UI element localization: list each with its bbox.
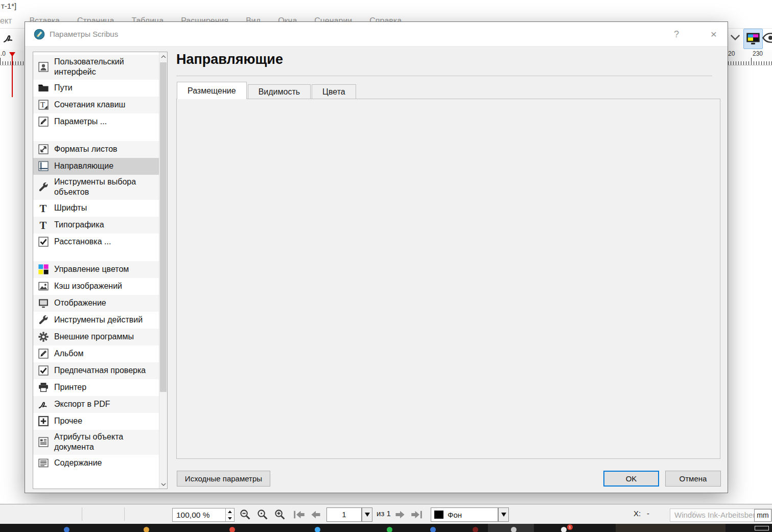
spinner-up-button[interactable] [226, 508, 234, 515]
taskbar-icon[interactable] [561, 527, 567, 532]
taskbar-icon[interactable] [315, 527, 320, 532]
page-dropdown-button[interactable] [362, 507, 372, 522]
font-t-icon: T [37, 202, 50, 214]
sidebar-item[interactable]: Предпечатная проверка [33, 362, 159, 379]
scroll-down-icon[interactable] [159, 480, 167, 489]
scribus-logo-icon [34, 29, 45, 42]
sidebar-item[interactable]: Расстановка ... [33, 234, 159, 250]
spinner [225, 508, 234, 521]
preview-eye-icon[interactable] [762, 32, 772, 46]
sidebar-item[interactable]: Атрибуты объекта документа [33, 430, 159, 455]
sidebar-item-label: Управление цветом [50, 264, 129, 274]
close-button[interactable]: × [700, 22, 727, 47]
previous-page-button[interactable] [310, 510, 321, 522]
horizontal-ruler-right: 20 230 [726, 50, 772, 65]
dialog-title-bar[interactable]: Параметры Scribus ? × [25, 22, 728, 47]
sidebar-item-label: Сочетания клавиш [50, 100, 125, 110]
checkbox-icon [37, 236, 50, 247]
next-page-button[interactable] [394, 510, 406, 522]
guides-icon [37, 160, 50, 172]
scrollbar-thumb[interactable] [160, 62, 167, 392]
sidebar-item[interactable]: Принтер [33, 379, 159, 396]
sidebar-item[interactable]: Прочее [33, 413, 159, 430]
page-count-label: из 1 [377, 509, 391, 518]
sidebar-item[interactable]: Параметры ... [33, 113, 159, 130]
sidebar-item-label: Предпечатная проверка [50, 365, 146, 376]
chevron-down-icon[interactable] [730, 34, 741, 43]
sidebar-item[interactable]: Направляющие [33, 158, 159, 175]
pdf-toolbar-icon[interactable] [3, 32, 15, 46]
spinner-down-button[interactable] [226, 515, 234, 521]
first-page-button[interactable] [293, 510, 305, 522]
tab-inactive[interactable]: Видимость [248, 84, 311, 99]
sidebar-item[interactable]: Альбом [33, 345, 159, 362]
zoom-100-button[interactable] [256, 508, 269, 521]
defaults-button[interactable]: Исходные параметры [177, 471, 270, 487]
cursor-position-marker-arrow [9, 52, 15, 57]
sidebar-item[interactable]: TТипографика [33, 217, 159, 234]
triangle-up-icon [228, 511, 232, 513]
page-title: Направляющие [176, 52, 283, 67]
last-page-button[interactable] [411, 510, 423, 522]
zoom-value[interactable]: 100,00 % [173, 508, 225, 521]
zoom-spinbox[interactable]: 100,00 % [172, 508, 235, 522]
tab-bar: РазмещениеВидимостьЦвета [177, 82, 357, 99]
sidebar-item[interactable]: Отображение [33, 295, 159, 312]
page-number-input[interactable]: 1 [326, 507, 362, 522]
page-size-icon [37, 144, 50, 155]
help-button[interactable]: ? [665, 22, 688, 47]
sidebar-item[interactable]: Пути [33, 80, 159, 97]
taskbar-icon[interactable] [387, 527, 392, 532]
sidebar-item[interactable]: TСочетания клавиш [33, 97, 159, 113]
sidebar-item[interactable]: Инструменты выбора объектов [33, 175, 159, 200]
zoom-in-button[interactable] [274, 508, 286, 521]
taskbar-icon[interactable] [64, 527, 69, 532]
sidebar-item-label: Содержание [50, 458, 102, 468]
sidebar-item[interactable]: Кэш изображений [33, 278, 159, 295]
taskbar-icon[interactable] [473, 527, 478, 532]
tray-keyboard-icon[interactable] [755, 526, 769, 530]
sidebar-item-label: Пользовательский интерфейс [50, 57, 159, 78]
ok-button[interactable]: OK [603, 471, 659, 487]
document-title-fragment: т-1*] [1, 2, 16, 10]
sidebar-item[interactable]: TШрифты [33, 200, 159, 217]
taskbar-icon[interactable] [229, 527, 235, 532]
sidebar-item-label: Типографика [50, 220, 104, 230]
triangle-down-icon [228, 517, 232, 520]
sidebar-item[interactable]: Содержание [33, 455, 159, 472]
zoom-out-button[interactable] [239, 508, 251, 521]
ruler-ticks [726, 58, 772, 65]
sidebar-item-label: Кэш изображений [50, 281, 122, 291]
sidebar-item[interactable]: Инструменты действий [33, 312, 159, 329]
triangle-down-icon [501, 513, 506, 517]
layer-select[interactable]: Фон [431, 507, 498, 522]
cancel-button[interactable]: Отмена [665, 471, 721, 487]
menu-item[interactable]: ект [0, 16, 12, 26]
gear-icon [37, 331, 50, 342]
sidebar-item[interactable]: Экспорт в PDF [33, 396, 159, 413]
zoom-100-icon [256, 508, 269, 521]
taskbar-icon[interactable] [144, 527, 149, 532]
font-t-icon: T [37, 219, 50, 230]
plugin-pen-icon [37, 116, 50, 127]
layer-dropdown-button[interactable] [498, 507, 509, 522]
color-management-toolbar-button[interactable] [743, 29, 763, 49]
layer-color-swatch [434, 511, 443, 519]
unit-select[interactable]: mm [754, 509, 771, 522]
wrench-icon [37, 181, 50, 193]
sidebar-item-label: Инструменты выбора объектов [50, 177, 159, 198]
tab-active[interactable]: Размещение [177, 82, 247, 99]
sidebar-item[interactable]: Пользовательский интерфейс [33, 55, 159, 80]
sidebar-item[interactable]: Форматы листов [33, 141, 159, 158]
sidebar-scrollbar[interactable] [159, 52, 167, 489]
sidebar-item[interactable]: Управление цветом [33, 261, 159, 278]
taskbar-icon[interactable] [430, 527, 436, 532]
sidebar-item[interactable]: Внешние программы [33, 329, 159, 345]
list-icon [37, 457, 50, 469]
taskbar-icon[interactable] [511, 527, 517, 532]
tab-inactive[interactable]: Цвета [312, 84, 356, 99]
sidebar-item-label: Параметры ... [50, 117, 107, 127]
scroll-up-icon[interactable] [159, 52, 167, 61]
doc-attributes-icon [37, 436, 50, 448]
monitor-icon [37, 297, 50, 309]
